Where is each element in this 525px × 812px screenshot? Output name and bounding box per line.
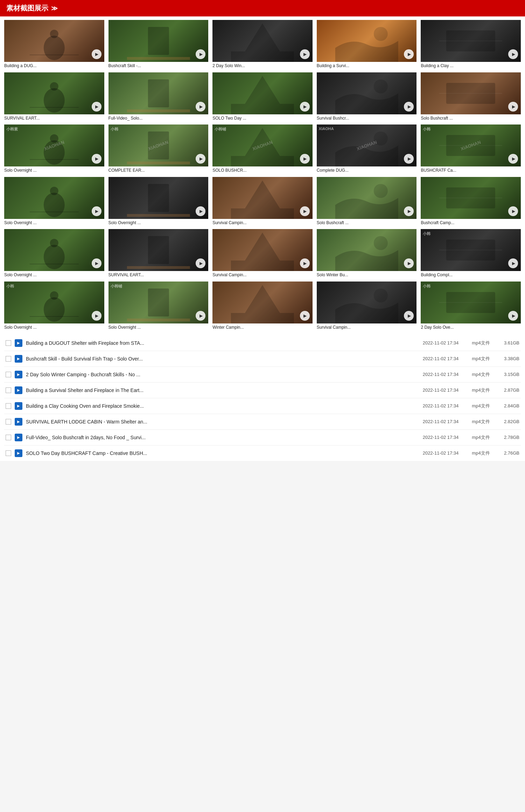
file-checkbox[interactable] (6, 356, 11, 362)
file-name: Building a DUGOUT Shelter with Fireplace… (26, 340, 413, 346)
header-title: 素材截图展示 (6, 3, 48, 13)
video-thumbnail[interactable] (108, 72, 209, 114)
video-thumbnail[interactable]: 小韩 (421, 282, 521, 323)
play-button[interactable] (508, 311, 518, 321)
play-button[interactable] (92, 102, 102, 112)
play-button[interactable] (300, 311, 310, 321)
video-thumbnail[interactable] (317, 177, 417, 219)
video-thumbnail[interactable] (317, 229, 417, 271)
video-thumbnail[interactable] (4, 177, 104, 219)
video-thumbnail[interactable]: 小韩铺 (108, 282, 209, 323)
file-checkbox[interactable] (6, 450, 11, 456)
play-button[interactable] (404, 206, 414, 216)
video-thumbnail[interactable]: XIAOHAXIAOHAN (317, 124, 417, 166)
svg-rect-89 (446, 292, 495, 313)
play-button[interactable] (300, 154, 310, 164)
file-type: mp4文件 (469, 387, 493, 393)
video-thumbnail[interactable] (212, 282, 313, 323)
play-button[interactable] (92, 311, 102, 321)
video-label: BUSHCRATF Ca... (421, 168, 521, 173)
file-type: mp4文件 (469, 356, 493, 362)
video-thumbnail[interactable] (212, 229, 313, 271)
play-button[interactable] (196, 49, 205, 59)
video-thumbnail[interactable] (4, 229, 104, 271)
video-label: SURVIVAL EART... (4, 116, 104, 121)
video-label: Full-Video_ Solo... (108, 116, 209, 121)
play-button[interactable] (92, 154, 102, 164)
play-button[interactable] (92, 49, 102, 59)
gallery-item: 小韩Building Compl... (421, 229, 521, 278)
file-type: mp4文件 (469, 340, 493, 346)
file-type: mp4文件 (469, 419, 493, 425)
gallery-item: 小韩2 Day Solo Ove... (421, 282, 521, 330)
file-row: Bushcraft Skill - Build Survival Fish Tr… (4, 351, 521, 367)
video-thumbnail[interactable]: 小韩XIAOHAN (108, 124, 209, 166)
video-thumbnail[interactable]: 小韩 (4, 282, 104, 323)
play-button[interactable] (300, 49, 310, 59)
video-thumbnail[interactable]: 小韩铺XIAOHAN (212, 124, 313, 166)
play-button[interactable] (300, 102, 310, 112)
file-checkbox[interactable] (6, 403, 11, 409)
play-button[interactable] (92, 258, 102, 268)
gallery-item: SOLO Two Day ... (212, 72, 313, 121)
file-date: 2022-11-02 17:34 (416, 356, 465, 361)
file-date: 2022-11-02 17:34 (416, 372, 465, 377)
video-label: SOLO BUSHCR... (212, 168, 313, 173)
svg-point-77 (50, 291, 58, 300)
play-button[interactable] (508, 154, 518, 164)
file-type: mp4文件 (469, 434, 493, 441)
play-button[interactable] (404, 102, 414, 112)
video-thumbnail[interactable] (4, 72, 104, 114)
video-thumbnail[interactable] (108, 177, 209, 219)
play-button[interactable] (196, 311, 205, 321)
file-row: SOLO Two Day BUSHCRAFT Camp - Creative B… (4, 446, 521, 461)
video-thumbnail[interactable] (421, 72, 521, 114)
svg-rect-29 (446, 83, 495, 104)
play-button[interactable] (92, 206, 102, 216)
file-type-icon (15, 434, 22, 441)
video-thumbnail[interactable] (108, 20, 209, 62)
gallery-item: 小韩XIAOHANCOMPLETE EAR... (108, 124, 209, 173)
file-name: SOLO Two Day BUSHCRAFT Camp - Creative B… (26, 450, 413, 456)
file-size: 2.76GB (497, 450, 519, 456)
file-checkbox[interactable] (6, 435, 11, 440)
video-thumbnail[interactable] (212, 177, 313, 219)
play-button[interactable] (196, 206, 205, 216)
play-button[interactable] (300, 206, 310, 216)
video-thumbnail[interactable]: 小韩XIAOHAN (421, 124, 521, 166)
gallery-item: Survival Bushcr... (317, 72, 417, 121)
svg-point-17 (50, 82, 58, 91)
video-thumbnail[interactable]: 小韩 (421, 229, 521, 271)
svg-point-86 (374, 289, 388, 302)
play-button[interactable] (508, 206, 518, 216)
header-arrow-icon: ≫ (51, 5, 58, 12)
video-thumbnail[interactable] (4, 20, 104, 62)
video-thumbnail[interactable] (317, 282, 417, 323)
svg-rect-44 (446, 135, 495, 156)
play-button[interactable] (508, 49, 518, 59)
svg-rect-35 (148, 131, 169, 159)
file-type-icon (15, 402, 22, 410)
file-checkbox[interactable] (6, 372, 11, 377)
video-thumbnail[interactable] (421, 20, 521, 62)
video-thumbnail[interactable] (212, 72, 313, 114)
file-checkbox[interactable] (6, 340, 11, 346)
file-row: Building a Clay Cooking Oven and Firepla… (4, 398, 521, 414)
video-thumbnail[interactable] (212, 20, 313, 62)
video-thumbnail[interactable] (108, 229, 209, 271)
svg-point-2 (50, 30, 58, 38)
video-thumbnail[interactable]: 小韩素XIAOHAN (4, 124, 104, 166)
play-button[interactable] (300, 258, 310, 268)
video-thumbnail[interactable] (317, 20, 417, 62)
svg-marker-53 (245, 180, 280, 208)
file-type-icon (15, 449, 22, 457)
play-button[interactable] (508, 102, 518, 112)
file-size: 2.87GB (497, 387, 519, 393)
play-button[interactable] (196, 102, 205, 112)
svg-marker-83 (245, 285, 280, 313)
video-thumbnail[interactable] (421, 177, 521, 219)
file-checkbox[interactable] (6, 387, 11, 393)
file-checkbox[interactable] (6, 419, 11, 425)
file-type-icon (15, 386, 22, 394)
video-thumbnail[interactable] (317, 72, 417, 114)
